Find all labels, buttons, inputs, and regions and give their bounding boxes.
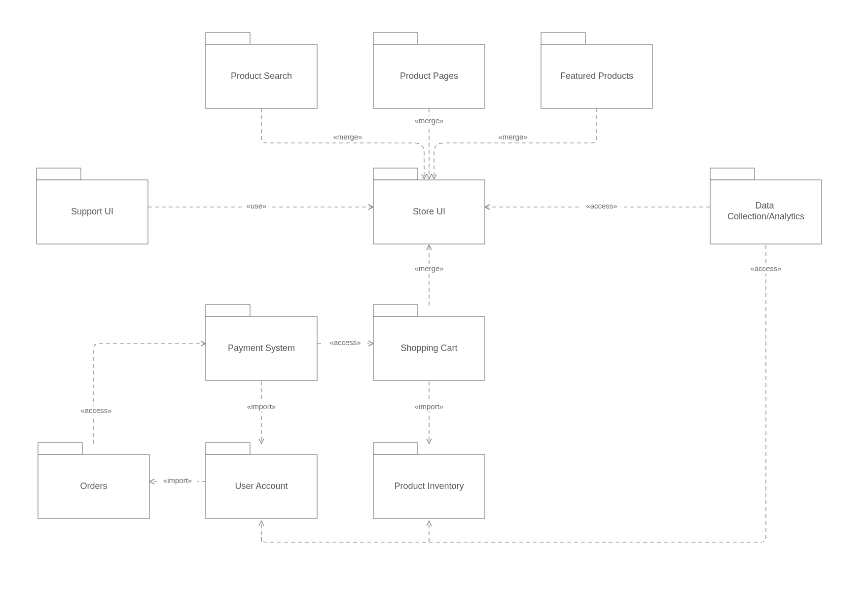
edge-orders-access-payment [94, 344, 206, 444]
rel-ps-merge: «merge» [333, 133, 362, 141]
svg-text:Product Search: Product Search [231, 71, 292, 81]
pkg-payment-system: Payment System [206, 305, 317, 381]
svg-rect-21 [36, 168, 81, 180]
rel-da-access1: «access» [586, 202, 617, 210]
svg-rect-15 [373, 33, 418, 44]
svg-rect-12 [206, 33, 250, 44]
pkg-shopping-cart: Shopping Cart [373, 305, 485, 381]
svg-rect-39 [206, 443, 250, 454]
edge-data-trunk [261, 245, 766, 542]
rel-fp-merge: «merge» [498, 133, 527, 141]
svg-rect-36 [38, 443, 82, 454]
svg-text:Payment System: Payment System [228, 343, 295, 353]
svg-rect-27 [710, 168, 755, 180]
rel-orders-access: «access» [80, 406, 111, 415]
svg-text:User Account: User Account [235, 481, 288, 491]
svg-rect-24 [373, 168, 418, 180]
pkg-product-inventory: Product Inventory [373, 443, 485, 519]
pkg-featured-products: Featured Products [541, 33, 652, 108]
pkg-orders: Orders [38, 443, 149, 519]
svg-text:Support UI: Support UI [71, 207, 113, 216]
svg-rect-33 [373, 305, 418, 316]
pkg-product-search: Product Search [206, 33, 317, 108]
pkg-support-ui: Support UI [36, 168, 148, 244]
svg-text:Store UI: Store UI [413, 207, 445, 216]
pkg-user-account: User Account [206, 443, 317, 519]
svg-text:Shopping Cart: Shopping Cart [400, 343, 457, 353]
rel-pp-merge: «merge» [414, 116, 443, 125]
rel-support-use: «use» [247, 202, 267, 210]
package-diagram: «merge» «merge» «merge» «use» «access» «… [0, 0, 868, 589]
svg-text:Product Pages: Product Pages [400, 71, 458, 81]
svg-rect-42 [373, 443, 418, 454]
pkg-data-analytics: Data Collection/Analytics [710, 168, 822, 244]
edge-featured-products-merge [434, 108, 597, 179]
rel-sc-import: «import» [415, 402, 443, 411]
svg-text:Product Inventory: Product Inventory [394, 481, 464, 491]
rel-sc-merge: «merge» [414, 264, 443, 273]
svg-rect-30 [206, 305, 250, 316]
rel-pay-import: «import» [247, 402, 276, 411]
pkg-store-ui: Store UI [373, 168, 485, 244]
rel-pay-access: «access» [329, 338, 361, 346]
rel-da-access2: «access» [750, 264, 781, 273]
rel-ua-import: «import» [163, 476, 192, 485]
svg-rect-18 [541, 33, 585, 44]
svg-text:Featured Products: Featured Products [560, 71, 633, 81]
svg-text:Orders: Orders [80, 481, 107, 491]
pkg-product-pages: Product Pages [373, 33, 485, 108]
